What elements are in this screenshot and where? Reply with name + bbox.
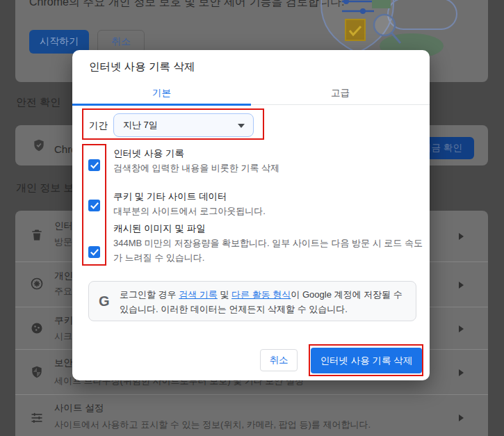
shield-check-icon	[32, 138, 46, 152]
chevron-right-icon	[459, 325, 464, 332]
trash-icon	[30, 228, 44, 242]
tab-basic[interactable]: 기본	[72, 81, 251, 105]
signin-note-text: 로그인할 경우 검색 기록 및 다른 활동 형식이 Google 계정에 저장될…	[120, 287, 407, 316]
active-tab-underline	[72, 104, 251, 106]
checked-square	[346, 19, 365, 40]
other-activity-link[interactable]: 다른 활동 형식	[231, 289, 291, 300]
dialog-tabs: 기본 고급	[72, 81, 430, 105]
dialog-cancel-button[interactable]: 취소	[260, 349, 298, 371]
tune-icon	[30, 411, 44, 425]
item-cookies: 쿠키 및 기타 사이트 데이터 대부분의 사이트에서 로그아웃됩니다.	[113, 190, 424, 218]
google-signin-note: G 로그인할 경우 검색 기록 및 다른 활동 형식이 Google 계정에 저…	[88, 281, 416, 321]
annotation-box-checkboxes	[82, 144, 106, 266]
search-history-link[interactable]: 검색 기록	[179, 289, 218, 300]
shield-icon	[30, 365, 44, 379]
cookie-icon	[30, 321, 44, 335]
google-g-icon: G	[99, 293, 110, 309]
item-cached-files: 캐시된 이미지 및 파일 344MB 미만의 저장용량을 확보합니다. 일부 사…	[113, 222, 424, 265]
clear-browsing-data-dialog: 인터넷 사용 기록 삭제 기본 고급 기간 지난 7일 인터넷 사용 기록 검색…	[72, 50, 430, 380]
item-browsing-history: 인터넷 사용 기록 검색창에 입력한 내용을 비롯한 기록 삭제	[113, 147, 424, 175]
chevron-right-icon	[459, 414, 464, 421]
magnifier-icon	[374, 15, 395, 35]
dialog-title: 인터넷 사용 기록 삭제	[89, 60, 195, 74]
annotation-box-period	[82, 108, 264, 140]
privacy-guide-icon	[30, 277, 44, 291]
chevron-right-icon	[459, 369, 464, 376]
row-site-settings[interactable]: 사이트 설정 사이트에서 사용하고 표시할 수 있는 정보(위치, 카메라, 팝…	[15, 395, 488, 436]
annotation-box-confirm	[309, 344, 423, 376]
safety-check-heading: 안전 확인	[16, 96, 60, 109]
safety-check-illustration	[314, 0, 495, 56]
tab-advanced[interactable]: 고급	[251, 81, 430, 105]
green-square	[372, 0, 391, 8]
chevron-right-icon	[459, 233, 464, 240]
pill-outline-icon	[388, 0, 457, 29]
chevron-right-icon	[459, 282, 464, 289]
